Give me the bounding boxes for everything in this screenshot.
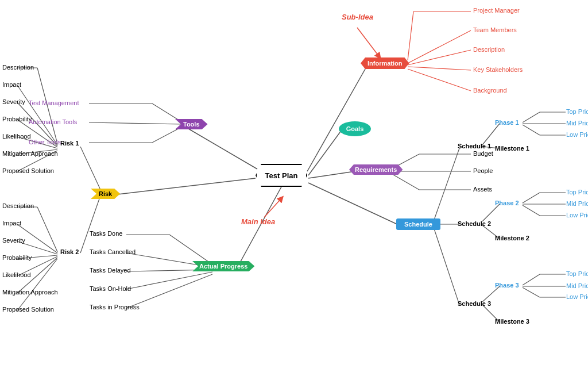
svg-line-2: [308, 171, 355, 178]
r1-severity: Severity: [2, 98, 25, 105]
r2-severity: Severity: [2, 237, 25, 244]
svg-line-30: [80, 195, 100, 253]
r2-proposed-solution: Proposed Solution: [2, 306, 54, 313]
svg-line-3: [308, 183, 401, 226]
svg-line-6: [183, 125, 257, 169]
risk1-label: Risk 1: [60, 140, 79, 147]
info-key-stakeholders: Key Stakeholders: [473, 66, 523, 73]
svg-line-5: [118, 178, 256, 194]
svg-line-9: [408, 30, 471, 63]
requirements-node: Requirements: [349, 164, 403, 175]
svg-line-55: [523, 125, 540, 135]
svg-line-50: [482, 124, 500, 145]
svg-line-12: [408, 69, 471, 91]
sch2-mid-priorities: Mid Priorities: [566, 200, 588, 207]
phase2-node: Phase 2: [495, 200, 519, 206]
svg-line-1: [308, 128, 343, 175]
milestone3-node: Milestone 3: [495, 318, 529, 325]
center-node: Test Plan: [256, 164, 307, 187]
svg-line-23: [169, 235, 212, 264]
sch3-mid-priorities: Mid Priorities: [566, 282, 588, 289]
svg-line-64: [482, 286, 500, 302]
info-project-manager: Project Manager: [473, 7, 520, 14]
sch3-top-priorities: Top Priorities: [566, 270, 588, 277]
r1-impact: Impact: [2, 81, 21, 88]
schedule2-node: Schedule 2: [458, 220, 491, 227]
svg-line-57: [482, 204, 500, 221]
sub-idea-label: Sub-Idea: [342, 13, 373, 21]
schedule-node: Schedule: [396, 218, 440, 230]
risk2-label: Risk 2: [60, 248, 79, 255]
info-team-members: Team Members: [473, 26, 517, 33]
svg-line-20: [89, 122, 183, 124]
req-assets: Assets: [473, 186, 492, 193]
actual-progress-node: Actual Progress: [192, 261, 254, 271]
sch1-low-priorities: Low Priorities: [566, 131, 588, 138]
ap-tasks-in-progress: Tasks in Progress: [90, 304, 140, 310]
svg-line-69: [523, 287, 540, 297]
svg-line-16: [393, 175, 419, 190]
ap-tasks-cancelled: Tasks Cancelled: [90, 248, 136, 255]
svg-line-0: [307, 65, 368, 171]
schedule3-node: Schedule 3: [458, 300, 491, 307]
r2-mitigation: Mitigation Approach: [2, 289, 58, 296]
main-idea-label: Main Idea: [241, 217, 275, 226]
r2-impact: Impact: [2, 220, 21, 227]
sch2-top-priorities: Top Priorities: [566, 189, 588, 195]
svg-line-39: [37, 207, 57, 252]
r2-description: Description: [2, 202, 34, 209]
svg-line-72: [264, 198, 281, 217]
svg-line-4: [238, 187, 281, 266]
svg-line-47: [434, 148, 459, 221]
svg-line-66: [523, 274, 540, 285]
svg-line-10: [408, 50, 471, 65]
svg-line-11: [408, 67, 471, 70]
phase1-node: Phase 1: [495, 119, 519, 126]
info-background: Background: [473, 87, 507, 94]
goals-node: Goals: [339, 121, 371, 136]
information-node: Information: [361, 57, 409, 69]
svg-line-7: [408, 11, 413, 60]
tool-automation-tools: Automation Tools: [29, 118, 77, 125]
r1-description: Description: [2, 64, 34, 71]
svg-line-59: [523, 193, 540, 203]
tool-test-management: Test Management: [29, 99, 79, 106]
svg-line-62: [523, 205, 540, 216]
info-description: Description: [473, 46, 505, 53]
req-budget: Budget: [473, 150, 493, 157]
milestone2-node: Milestone 2: [495, 235, 529, 241]
r1-likelihood: Likelihood: [2, 133, 31, 140]
ap-tasks-on-hold: Tasks On-Hold: [90, 285, 131, 292]
r1-probability: Probability: [2, 116, 32, 122]
r1-proposed-solution: Proposed Solution: [2, 167, 54, 174]
sch3-low-priorities: Low Priorities: [566, 293, 588, 300]
milestone1-node: Milestone 1: [495, 145, 529, 152]
sch1-top-priorities: Top Priorities: [566, 108, 588, 115]
svg-line-27: [126, 272, 212, 289]
r2-probability: Probability: [2, 254, 32, 261]
svg-line-49: [434, 227, 459, 305]
svg-line-29: [80, 147, 100, 190]
svg-line-71: [357, 28, 379, 56]
r2-likelihood: Likelihood: [2, 271, 31, 278]
svg-line-52: [523, 112, 540, 122]
req-people: People: [473, 167, 493, 174]
r1-mitigation: Mitigation Approach: [2, 150, 58, 157]
schedule1-node: Schedule 1: [458, 143, 491, 149]
ap-tasks-done: Tasks Done: [90, 230, 122, 237]
phase3-node: Phase 3: [495, 282, 519, 289]
sch2-low-priorities: Low Priorities: [566, 212, 588, 218]
sch1-mid-priorities: Mid Priorities: [566, 120, 588, 126]
tool-other-tools: Other Tools: [29, 139, 61, 145]
ap-tasks-delayed: Tasks Delayed: [90, 267, 131, 274]
